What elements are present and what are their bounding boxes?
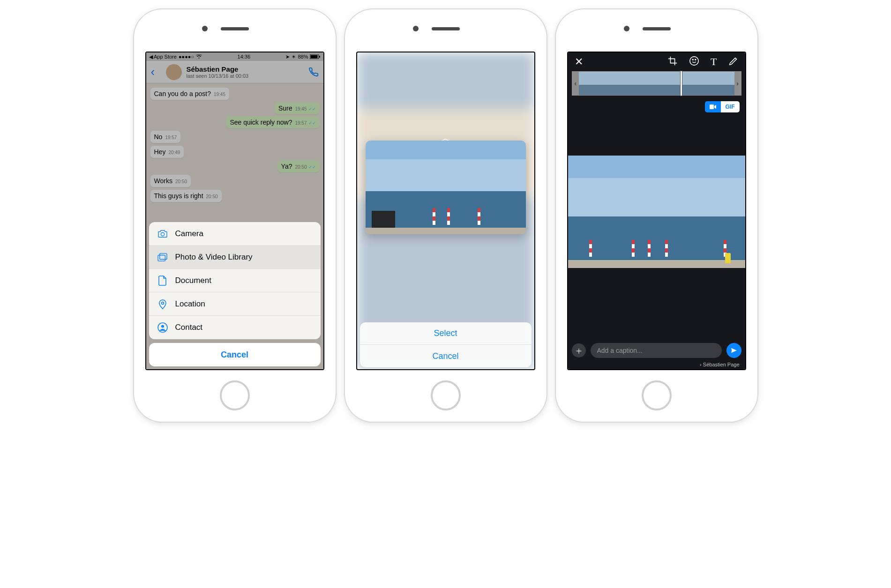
trim-playhead[interactable] bbox=[680, 71, 682, 96]
svg-point-6 bbox=[161, 302, 164, 304]
attach-contact[interactable]: Contact bbox=[149, 316, 321, 339]
action-label: Photo & Video Library bbox=[175, 253, 253, 262]
peek-cancel-button[interactable]: Cancel bbox=[360, 345, 532, 367]
peek-action-sheet: Select Cancel bbox=[360, 322, 532, 367]
crop-icon[interactable] bbox=[667, 56, 678, 68]
action-sheet-cancel[interactable]: Cancel bbox=[149, 343, 321, 366]
action-label: Location bbox=[175, 299, 205, 309]
person-in-frame bbox=[725, 253, 731, 263]
iphone-mock-1: ◀ App Store ●●●●○ 14:36 ➤ ✶ 88% bbox=[134, 9, 336, 422]
trim-filmstrip[interactable] bbox=[579, 72, 734, 95]
toggle-gif[interactable]: GIF bbox=[721, 101, 740, 112]
editor-bottom-bar: ＋ Add a caption... bbox=[572, 343, 741, 358]
peek-preview[interactable] bbox=[366, 141, 526, 234]
iphone-mock-3: ✕ T ‹ › GIF bbox=[556, 9, 757, 422]
emoji-icon[interactable] bbox=[689, 56, 699, 68]
attach-document[interactable]: Document bbox=[149, 269, 321, 292]
iphone-mock-2: ︿ Select Cancel bbox=[345, 9, 547, 422]
caption-input[interactable]: Add a caption... bbox=[591, 343, 722, 358]
svg-point-8 bbox=[161, 325, 164, 328]
photo-library-icon bbox=[157, 253, 168, 261]
attach-camera[interactable]: Camera bbox=[149, 222, 321, 246]
svg-rect-5 bbox=[158, 255, 165, 261]
svg-point-10 bbox=[692, 59, 693, 60]
attach-photo-library[interactable]: Photo & Video Library bbox=[149, 246, 321, 269]
editor-preview[interactable] bbox=[568, 156, 745, 268]
trim-handle-right[interactable]: › bbox=[734, 72, 741, 95]
attachment-action-sheet: Camera Photo & Video Library Document Lo… bbox=[149, 222, 321, 366]
add-media-button[interactable]: ＋ bbox=[572, 343, 586, 357]
editor-toolbar: ✕ T bbox=[568, 52, 745, 71]
svg-point-11 bbox=[695, 59, 696, 60]
action-label: Camera bbox=[175, 229, 203, 238]
video-gif-toggle[interactable]: GIF bbox=[705, 101, 740, 112]
svg-point-9 bbox=[690, 57, 698, 65]
toggle-video[interactable] bbox=[705, 101, 721, 112]
trim-handle-left[interactable]: ‹ bbox=[572, 72, 579, 95]
text-tool-icon[interactable]: T bbox=[711, 56, 717, 68]
send-button[interactable] bbox=[726, 343, 741, 358]
svg-rect-4 bbox=[159, 253, 166, 259]
svg-point-3 bbox=[161, 232, 164, 236]
attach-location[interactable]: Location bbox=[149, 292, 321, 316]
location-icon bbox=[157, 299, 168, 309]
peek-select-button[interactable]: Select bbox=[360, 322, 532, 345]
close-button[interactable]: ✕ bbox=[575, 56, 583, 68]
action-label: Contact bbox=[175, 323, 203, 332]
video-trim-strip[interactable]: ‹ › bbox=[572, 71, 741, 96]
document-icon bbox=[157, 275, 168, 286]
action-label: Document bbox=[175, 276, 211, 285]
draw-tool-icon[interactable] bbox=[728, 56, 739, 68]
media-thumbnail bbox=[366, 141, 526, 234]
recipient-label: › Sébastien Page bbox=[700, 362, 739, 367]
svg-rect-12 bbox=[710, 104, 714, 109]
contact-icon bbox=[157, 322, 168, 333]
camera-icon bbox=[157, 230, 168, 238]
